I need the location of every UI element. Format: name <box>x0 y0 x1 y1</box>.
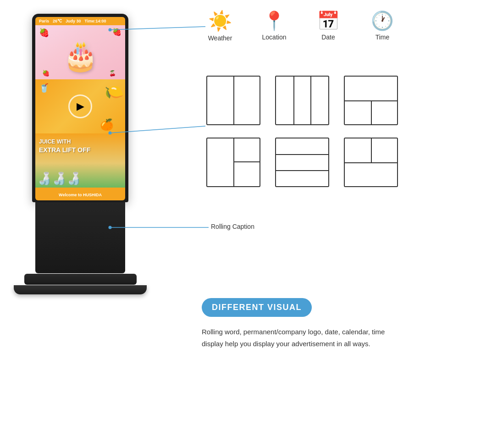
layout-grid-3 <box>344 76 398 125</box>
layout-grid-1 <box>206 76 260 125</box>
description-text: Rolling word, permanent/company logo, da… <box>202 326 408 350</box>
icon-item-time: 🕐 Time <box>364 11 401 41</box>
icons-row: ☀️ Weather 📍 Location 📅 Date 🕐 Time <box>202 11 401 42</box>
layout-grid-4 <box>206 138 260 187</box>
icon-item-date: 📅 Date <box>310 11 347 41</box>
weather-label: Weather <box>208 34 232 42</box>
lift-text: JUICE WITH EXTRA LIFT OFF <box>39 138 122 155</box>
date-icon: 📅 <box>317 11 340 30</box>
location-label: Location <box>262 33 287 41</box>
panel-cake: 🎂 🍓 🍓 🍓 🍒 <box>35 25 125 79</box>
status-city: Paris <box>39 19 49 23</box>
weather-icon: ☀️ <box>208 11 232 31</box>
status-bar: Paris 26℃ Judy 30 Time:14:00 <box>35 17 125 25</box>
rolling-caption-text: Welcome to HUSHIDA <box>59 193 102 197</box>
panel-juice: ▶ 🍋 🍊 🥤 <box>35 79 125 133</box>
status-day: Judy 30 <box>66 19 81 23</box>
icon-item-location: 📍 Location <box>256 11 293 41</box>
kiosk-stand-base <box>24 274 137 285</box>
different-visual-section: DIFFERENT VISUAL Rolling word, permanent… <box>202 298 408 350</box>
status-time: Time:14:00 <box>85 19 106 23</box>
time-label: Time <box>376 33 390 41</box>
time-icon: 🕐 <box>371 11 394 30</box>
kiosk-stand-body <box>35 202 125 273</box>
layout-grid-2 <box>275 76 329 125</box>
status-temp: 26℃ <box>53 19 62 23</box>
rolling-caption-label: Rolling Caption <box>211 223 254 230</box>
icon-item-weather: ☀️ Weather <box>202 11 238 42</box>
location-icon: 📍 <box>263 11 286 30</box>
layout-grid-5 <box>275 138 329 187</box>
kiosk-foot <box>14 285 147 294</box>
panel-lift: JUICE WITH EXTRA LIFT OFF 🍶🍶🍶 <box>35 133 125 188</box>
rolling-caption-bar: Welcome to HUSHIDA <box>35 188 125 200</box>
layout-grid-6 <box>344 138 398 187</box>
kiosk-screen: Paris 26℃ Judy 30 Time:14:00 🎂 🍓 🍓 🍓 🍒 ▶ <box>35 17 125 200</box>
kiosk-frame: Paris 26℃ Judy 30 Time:14:00 🎂 🍓 🍓 🍓 🍒 ▶ <box>32 14 128 202</box>
date-label: Date <box>321 33 335 41</box>
different-visual-badge: DIFFERENT VISUAL <box>202 298 312 317</box>
